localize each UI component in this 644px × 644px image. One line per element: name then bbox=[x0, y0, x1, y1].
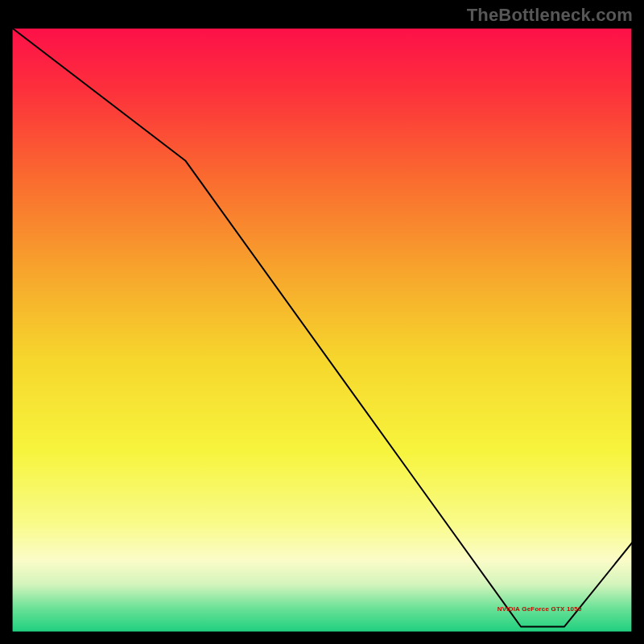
svg-rect-1 bbox=[11, 27, 633, 633]
chart-axis-frame bbox=[11, 27, 633, 633]
chart-stage: TheBottleneck.com NVIDIA GeForce GTX 105… bbox=[0, 0, 644, 644]
chart-annotation: NVIDIA GeForce GTX 1050 bbox=[497, 605, 582, 612]
watermark-text: TheBottleneck.com bbox=[467, 5, 633, 26]
chart-plot-area: NVIDIA GeForce GTX 1050 bbox=[11, 27, 633, 633]
